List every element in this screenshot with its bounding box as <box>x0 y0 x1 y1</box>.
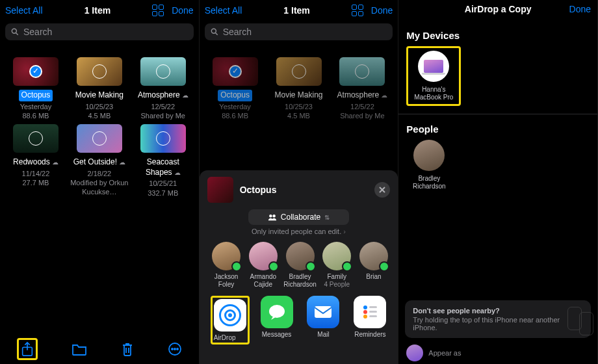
search-placeholder: Search <box>23 27 52 37</box>
file-item[interactable]: Atmosphere☁︎12/5/22Shared by Me <box>131 57 195 120</box>
share-contact[interactable]: Bradley Richardson <box>283 242 317 288</box>
file-item[interactable]: Get Outside!☁︎2/18/22Modified by Orkun K… <box>68 124 131 198</box>
select-ring <box>156 131 170 146</box>
search-input[interactable]: Search <box>205 23 393 40</box>
file-size: Modified by Orkun Kucukse… <box>68 178 131 197</box>
search-input[interactable]: Search <box>5 23 194 40</box>
select-ring <box>92 64 107 79</box>
file-size: 27.7 MB <box>22 178 49 187</box>
search-placeholder: Search <box>223 27 252 37</box>
done-button[interactable]: Done <box>569 4 591 14</box>
contact-name: Family <box>328 273 346 281</box>
file-thumb <box>77 57 122 86</box>
messages-badge-icon <box>379 261 389 272</box>
messages-badge-icon <box>306 261 316 272</box>
svg-rect-12 <box>315 306 332 318</box>
view-grid-icon[interactable] <box>152 5 164 16</box>
share-button[interactable] <box>20 341 34 357</box>
share-contact[interactable]: Brian <box>358 242 391 288</box>
share-contact[interactable]: Family4 People <box>320 242 354 288</box>
svg-point-10 <box>272 214 275 217</box>
apps-row: AirDropMessagesMailReminders <box>207 296 391 344</box>
file-item[interactable]: ✓OctopusYesterday88.6 MB <box>4 57 68 120</box>
share-app-mail[interactable]: Mail <box>304 296 344 344</box>
share-app-messages[interactable]: Messages <box>257 296 297 344</box>
share-app-airdrop[interactable]: AirDrop <box>210 296 250 344</box>
contact-name: Armando Cajide <box>246 273 280 288</box>
file-item[interactable]: Redwoods☁︎11/14/2227.7 MB <box>4 124 68 198</box>
appear-label: Appear as <box>428 349 461 357</box>
svg-point-5 <box>174 348 176 350</box>
airdrop-person[interactable]: Bradley Richardson <box>406 140 452 190</box>
select-ring <box>92 131 107 146</box>
check-icon: ✓ <box>229 65 242 78</box>
close-button[interactable] <box>374 182 390 198</box>
hint-title: Don't see people nearby? <box>413 307 583 315</box>
airdrop-header: AirDrop a Copy Done <box>398 0 597 27</box>
share-sheet-header: Octopus <box>207 177 391 203</box>
svg-point-0 <box>12 29 16 33</box>
folder-button[interactable] <box>72 343 87 356</box>
cloud-icon: ☁︎ <box>52 159 58 166</box>
device-highlight: Hanna's MacBook Pro <box>406 46 461 106</box>
folder-icon <box>72 343 87 356</box>
devices-row: Hanna's MacBook Pro <box>398 46 597 114</box>
airdrop-title: AirDrop a Copy <box>465 4 532 14</box>
file-item[interactable]: Seacoast Shapes☁︎10/25/21332.7 MB <box>131 124 195 198</box>
select-all-button[interactable]: Select All <box>205 5 242 16</box>
collaborate-label: Collaborate <box>281 213 320 222</box>
share-app-reminders[interactable]: Reminders <box>350 296 390 344</box>
file-date: Yesterday <box>219 102 251 111</box>
svg-point-17 <box>363 315 367 318</box>
file-item[interactable]: ✓OctopusYesterday88.6 MB <box>203 57 267 120</box>
file-date: 10/25/23 <box>285 102 313 111</box>
airdrop-device[interactable]: Hanna's MacBook Pro <box>411 51 456 101</box>
select-all-button[interactable]: Select All <box>5 5 43 16</box>
app-label: Messages <box>262 331 292 338</box>
file-item[interactable]: Movie Making10/25/234.5 MB <box>68 57 131 120</box>
file-date: Yesterday <box>20 102 52 111</box>
header: Select All 1 Item Done <box>200 0 398 21</box>
cloud-icon: ☁︎ <box>174 169 181 176</box>
done-button[interactable]: Done <box>172 5 193 16</box>
view-grid-icon[interactable] <box>352 5 363 16</box>
trash-button[interactable] <box>121 341 134 357</box>
file-name: Redwoods☁︎ <box>10 157 61 168</box>
appear-as-row[interactable]: Appear as <box>398 342 597 364</box>
file-name: Seacoast Shapes☁︎ <box>131 157 195 178</box>
file-size: 88.6 MB <box>222 111 248 120</box>
people-row: Bradley Richardson <box>398 140 597 190</box>
macbook-icon <box>424 60 443 73</box>
svg-line-1 <box>16 32 18 34</box>
contact-name: Brian <box>366 273 381 281</box>
person-avatar <box>413 140 445 171</box>
more-button[interactable] <box>168 342 182 356</box>
permission-note[interactable]: Only invited people can edit. › <box>207 228 391 235</box>
file-item[interactable]: Movie Making10/25/234.5 MB <box>267 57 331 120</box>
share-contact[interactable]: Armando Cajide <box>246 242 280 288</box>
file-thumb: ✓ <box>13 57 58 86</box>
file-name: Atmosphere☁︎ <box>135 90 191 101</box>
svg-point-4 <box>172 348 173 350</box>
files-grid: ✓OctopusYesterday88.6 MBMovie Making10/2… <box>0 43 199 200</box>
collaborate-selector[interactable]: Collaborate ⇅ <box>248 209 349 225</box>
file-date: 11/14/22 <box>22 169 50 178</box>
self-avatar <box>406 344 423 361</box>
share-contact[interactable]: Jackson Foley <box>210 242 243 288</box>
file-size: 332.7 MB <box>148 188 178 198</box>
file-item[interactable]: Atmosphere☁︎12/5/22Shared by Me <box>330 57 394 120</box>
messages-badge-icon <box>342 261 352 272</box>
select-ring <box>292 64 306 79</box>
share-item-thumb <box>207 177 233 203</box>
avatar <box>286 242 315 270</box>
file-thumb <box>140 57 186 86</box>
cloud-icon: ☁︎ <box>182 92 188 99</box>
nearby-hint: Don't see people nearby? Try holding the… <box>405 300 591 338</box>
contact-name: Jackson Foley <box>210 273 243 288</box>
share-item-title: Octopus <box>240 185 277 195</box>
header-title: 1 Item <box>84 5 110 16</box>
contact-name: Bradley Richardson <box>283 273 317 288</box>
done-button[interactable]: Done <box>371 5 393 16</box>
file-thumb <box>77 124 122 153</box>
svg-rect-16 <box>369 311 377 313</box>
